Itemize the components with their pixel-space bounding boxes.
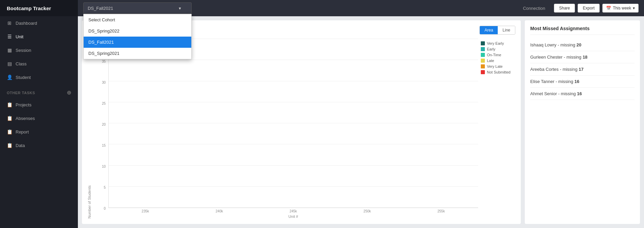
- absenses-icon: 📋: [7, 116, 12, 121]
- student-name: Gurleen Chester: [530, 55, 562, 60]
- sidebar-item-absenses[interactable]: 📋 Absenses: [0, 111, 78, 125]
- legend-label: Early: [487, 47, 495, 51]
- legend-item-late: Late: [481, 59, 513, 63]
- sidebar-item-session[interactable]: ▦ Session: [0, 43, 78, 57]
- legend-color: [481, 70, 485, 74]
- chart-area: 235k240k245k250k255k Unit #: [108, 39, 478, 219]
- sidebar-label-session: Session: [16, 48, 31, 53]
- missed-assignment-item: Gurleen Chester - missing 18: [530, 51, 635, 63]
- sidebar: Bootcamp Tracker ⊞ Dashboard☰ Unit▦ Sess…: [0, 0, 78, 228]
- y-label: 35: [102, 60, 106, 63]
- legend-item-on-time: On-Time: [481, 53, 513, 57]
- sidebar-label-student: Student: [16, 75, 31, 80]
- legend-color: [481, 64, 485, 68]
- x-label: 235k: [108, 209, 182, 213]
- legend-color: [481, 59, 485, 63]
- report-icon: 📋: [7, 129, 12, 134]
- student-icon: 👤: [7, 75, 12, 80]
- bars-row: [109, 39, 478, 208]
- cohort-option-ds_fall2021[interactable]: DS_Fall2021: [84, 37, 191, 48]
- student-name: Elise Tanner: [530, 79, 554, 84]
- sidebar-item-report[interactable]: 📋 Report: [0, 125, 78, 139]
- sidebar-item-student[interactable]: 👤 Student: [0, 70, 78, 84]
- other-tasks-label: OTHER TASKS: [7, 91, 35, 95]
- class-icon: ▤: [7, 61, 12, 66]
- cohort-option-placeholder[interactable]: Select Cohort: [84, 14, 191, 25]
- topbar-right-actions: Share Export 📅 This week ▾: [554, 4, 639, 13]
- sidebar-label-data: Data: [16, 143, 25, 148]
- y-label: 25: [102, 102, 106, 105]
- bars-and-grid: [108, 39, 478, 208]
- x-label: 245k: [256, 209, 330, 213]
- export-button[interactable]: Export: [578, 4, 600, 13]
- sidebar-item-projects[interactable]: 📋 Projects: [0, 98, 78, 111]
- line-toggle-button[interactable]: Line: [498, 26, 515, 34]
- x-axis: 235k240k245k250k255k: [108, 208, 478, 213]
- sidebar-item-class[interactable]: ▤ Class: [0, 57, 78, 70]
- sidebar-label-class: Class: [16, 61, 27, 66]
- legend-color: [481, 41, 485, 45]
- cohort-select-wrapper[interactable]: DS_Fall2021 ▾ Select CohortDS_Spring2022…: [83, 2, 192, 14]
- missed-assignment-item: Areeba Cortes - missing 17: [530, 63, 635, 76]
- x-label: 240k: [182, 209, 256, 213]
- chevron-down-icon-week: ▾: [633, 6, 635, 11]
- missed-items-list: Ishaaq Lowry - missing 20Gurleen Chester…: [530, 39, 635, 100]
- legend-label: On-Time: [487, 53, 501, 57]
- missing-count: 17: [579, 67, 583, 72]
- missed-assignment-item: Ishaaq Lowry - missing 20: [530, 39, 635, 51]
- session-icon: ▦: [7, 47, 12, 53]
- missing-count: 16: [577, 91, 582, 96]
- area-toggle-button[interactable]: Area: [480, 26, 498, 34]
- y-axis: 0510152025303540: [91, 39, 108, 219]
- x-label: 250k: [330, 209, 404, 213]
- legend-label: Very Early: [487, 41, 504, 45]
- y-axis-title: Number of Students: [87, 39, 91, 219]
- main-area: DS_Fall2021 ▾ Select CohortDS_Spring2022…: [78, 0, 644, 228]
- x-axis-title: Unit #: [108, 214, 478, 219]
- chart-legend: Very Early Early On-Time Late Very Late …: [478, 39, 515, 219]
- week-filter-button[interactable]: 📅 This week ▾: [602, 4, 639, 13]
- cohort-select-button[interactable]: DS_Fall2021 ▾: [83, 2, 192, 14]
- student-name: Ahmet Senior: [530, 91, 557, 96]
- missing-count: 18: [583, 55, 587, 60]
- chart-toggle: Area Line: [479, 26, 515, 35]
- legend-label: Very Late: [487, 64, 502, 68]
- y-label: 15: [102, 144, 106, 147]
- unit-icon: ☰: [7, 34, 12, 39]
- other-tasks-section: OTHER TASKS ⊕: [0, 84, 78, 98]
- app-title: Bootcamp Tracker: [7, 5, 51, 11]
- y-label: 30: [102, 81, 106, 84]
- add-task-icon[interactable]: ⊕: [67, 89, 71, 96]
- y-label: 20: [102, 123, 106, 126]
- share-button[interactable]: Share: [554, 4, 575, 13]
- legend-label: Late: [487, 59, 494, 63]
- x-label: 255k: [404, 209, 478, 213]
- sidebar-label-projects: Projects: [16, 102, 31, 107]
- dashboard-icon: ⊞: [7, 20, 12, 26]
- cohort-selected-label: DS_Fall2021: [88, 6, 113, 11]
- cohort-option-ds_spring2022[interactable]: DS_Spring2022: [84, 25, 191, 37]
- sidebar-item-data[interactable]: 📋 Data: [0, 139, 78, 152]
- missed-assignment-item: Ahmet Senior - missing 16: [530, 88, 635, 100]
- calendar-icon: 📅: [606, 6, 611, 11]
- connection-label: Connection: [517, 6, 551, 11]
- cohort-option-ds_spring2021[interactable]: DS_Spring2021: [84, 48, 191, 59]
- legend-color: [481, 53, 485, 57]
- sidebar-item-unit[interactable]: ☰ Unit: [0, 30, 78, 43]
- student-name: Ishaaq Lowry: [530, 42, 556, 47]
- sidebar-label-absenses: Absenses: [16, 116, 35, 121]
- y-label: 5: [104, 186, 106, 189]
- cohort-dropdown: Select CohortDS_Spring2022DS_Fall2021DS_…: [83, 14, 192, 59]
- missed-assignments-title: Most Missed Assignments: [530, 26, 635, 35]
- projects-icon: 📋: [7, 102, 12, 107]
- sidebar-label-dashboard: Dashboard: [16, 21, 37, 26]
- legend-item-very-late: Very Late: [481, 64, 513, 68]
- sidebar-label-report: Report: [16, 129, 29, 134]
- chart-body: Number of Students 0510152025303540 235k…: [87, 39, 515, 219]
- missing-count: 20: [577, 42, 581, 47]
- right-panel: Most Missed Assignments Ishaaq Lowry - m…: [525, 20, 640, 224]
- sidebar-item-dashboard[interactable]: ⊞ Dashboard: [0, 16, 78, 30]
- legend-item-early: Early: [481, 47, 513, 51]
- y-label: 10: [102, 165, 106, 168]
- bar-chart-container: 0510152025303540 235k240k245k250k255k Un…: [91, 39, 478, 219]
